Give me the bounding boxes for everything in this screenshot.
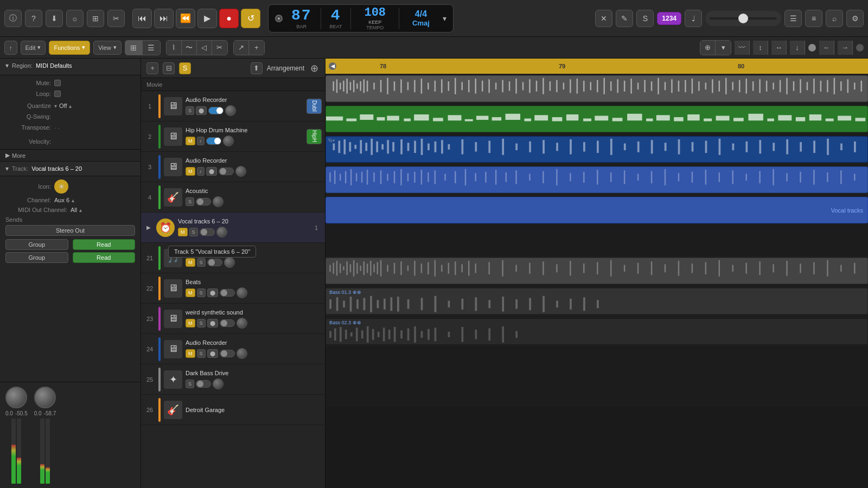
toggle-24[interactable]	[220, 350, 235, 357]
track-row-1[interactable]: 1 🖥 Audio Recorder S ⬤ DubI	[141, 91, 325, 121]
track-row-22[interactable]: 22 🖥 Beats M S ⬤	[141, 273, 325, 304]
knob-23[interactable]	[237, 318, 247, 329]
toggle-23[interactable]	[220, 319, 235, 327]
pencil-btn[interactable]: ✎	[616, 10, 633, 27]
solo-1[interactable]: S	[186, 106, 194, 115]
zoom-arrow[interactable]: ▾	[716, 41, 731, 55]
note-2[interactable]: ♪	[197, 137, 205, 145]
track-row-26[interactable]: 26 🎸 Detroit Garage	[141, 395, 325, 425]
nav-right-btn[interactable]: →	[838, 41, 853, 55]
knob-1[interactable]	[225, 105, 236, 116]
play-btn[interactable]: ▶	[197, 9, 217, 28]
knob-2[interactable]	[223, 136, 234, 146]
clip-1[interactable]	[326, 75, 868, 102]
zoom-fit-btn[interactable]: ⊕	[700, 41, 716, 55]
undo-btn[interactable]: ✕	[595, 10, 612, 27]
solo-21[interactable]: S	[197, 258, 206, 267]
pointer-tool[interactable]: ⌇	[167, 41, 182, 55]
knob-21[interactable]	[224, 257, 235, 268]
rewind-btn[interactable]: ⏮	[132, 9, 152, 28]
clip-5[interactable]: Vocal tracks	[326, 197, 868, 223]
monitor-22[interactable]: ⬤	[207, 288, 218, 297]
track-row-3[interactable]: 3 🖥 Audio Recorder M ♪ ⬤	[141, 152, 325, 182]
mute-24[interactable]: M	[186, 349, 195, 358]
mute-22[interactable]: M	[186, 288, 195, 297]
track-row-25[interactable]: 25 ✦ Dark Bass Drive S	[141, 364, 325, 395]
mute-checkbox[interactable]	[54, 80, 61, 86]
midi-btn[interactable]: 1234	[657, 12, 681, 25]
volume-slider[interactable]	[705, 11, 781, 26]
track-row-5[interactable]: ▶ ⏰ Vocal tracks 6 – 20 M S 1 Track 5 "V…	[141, 213, 325, 243]
track-row-4[interactable]: 4 🎸 Acoustic S	[141, 182, 325, 213]
track-row-21[interactable]: 21 🎵 Classic Electric Piano M S	[141, 243, 325, 273]
solo-btn[interactable]: S	[179, 62, 191, 74]
toggle-25[interactable]	[196, 380, 211, 388]
clips-area[interactable]: ½×	[326, 74, 868, 488]
quantize-down[interactable]: ▾	[54, 103, 57, 109]
knob-4[interactable]	[213, 196, 224, 207]
solo-5[interactable]: S	[189, 228, 198, 236]
mute-21[interactable]: M	[186, 258, 195, 267]
solo-23[interactable]: S	[197, 319, 206, 328]
mute-23[interactable]: M	[186, 319, 195, 328]
monitor-3[interactable]: ⬤	[206, 167, 217, 176]
metronome-btn[interactable]: ♩	[685, 10, 702, 27]
track-row-2[interactable]: 2 🖥 Hip Hop Drum Machine M ♪ HipH	[141, 121, 325, 152]
curve-tool[interactable]: 〜	[182, 41, 197, 55]
mute-5[interactable]: M	[178, 228, 188, 236]
mixer-btn[interactable]: ⊞	[87, 10, 104, 27]
clip-22[interactable]	[326, 258, 868, 284]
knob-5[interactable]	[216, 227, 227, 237]
expand-tool[interactable]: +	[249, 41, 264, 55]
read-btn2[interactable]: Read	[73, 252, 136, 263]
midi-out-up[interactable]: ▴	[79, 207, 82, 213]
cycle-btn[interactable]: ↺	[241, 9, 260, 28]
help-btn[interactable]: ?	[25, 10, 42, 27]
transport-expand[interactable]: ▾	[443, 14, 446, 23]
mute-3[interactable]: M	[186, 167, 195, 176]
functions-menu[interactable]: Functions ▾	[49, 41, 90, 55]
stereo-out-btn[interactable]: Stereo Out	[5, 225, 135, 236]
auto-btn[interactable]: ↓	[790, 41, 805, 55]
clip-4[interactable]	[326, 166, 868, 193]
back-arrow-btn[interactable]: ↑	[4, 41, 17, 55]
right-fader[interactable]	[34, 387, 56, 408]
quantize-up[interactable]: ▴	[69, 103, 72, 109]
note-3[interactable]: ♪	[197, 167, 205, 176]
toggle-5[interactable]	[200, 228, 215, 236]
record-btn[interactable]: ●	[219, 9, 239, 28]
knob-3[interactable]	[235, 166, 246, 177]
add-track-btn[interactable]: +	[146, 62, 158, 74]
clip-23[interactable]: Bass 01.3 ⊕⊕	[326, 288, 868, 314]
download-btn[interactable]: ⬇	[46, 10, 63, 27]
solo-25[interactable]: S	[186, 380, 194, 388]
info-btn[interactable]: ⓘ	[4, 10, 22, 27]
group-btn1[interactable]: Group	[5, 239, 68, 250]
read-btn1[interactable]: Read	[73, 239, 136, 250]
track-height-btn[interactable]: ↕	[753, 41, 768, 55]
loop-checkbox[interactable]	[54, 91, 61, 97]
trim-tool[interactable]: ◁	[197, 41, 212, 55]
monitor-24[interactable]: ⬤	[207, 349, 218, 358]
nav-left-btn[interactable]: ←	[819, 41, 834, 55]
region-collapse-arrow[interactable]: ▾	[5, 62, 9, 69]
knob-24[interactable]	[237, 348, 247, 359]
group-btn2[interactable]: Group	[5, 252, 68, 263]
view-menu[interactable]: View ▾	[93, 41, 122, 55]
monitor-23[interactable]: ⬤	[207, 319, 218, 328]
expand-5[interactable]: ▶	[144, 223, 153, 232]
back-to-start-btn[interactable]: ⏪	[176, 9, 195, 28]
toggle-21[interactable]	[207, 259, 222, 266]
send-box-1[interactable]: DubI	[307, 99, 322, 114]
send-box-2[interactable]: HipH	[307, 129, 322, 144]
save-btn[interactable]: S	[636, 10, 654, 27]
settings-track-btn[interactable]: ⊟	[163, 62, 175, 74]
scissors-btn[interactable]: ✂	[107, 10, 125, 27]
mute-2[interactable]: M	[186, 137, 195, 145]
solo-22[interactable]: S	[197, 288, 206, 297]
toggle-2[interactable]	[206, 137, 221, 145]
arrangement-add-btn[interactable]: ⊕	[309, 63, 320, 74]
search-btn[interactable]: ⌕	[826, 10, 843, 27]
track-width-btn[interactable]: ↔	[771, 41, 787, 55]
solo-24[interactable]: S	[197, 349, 206, 358]
